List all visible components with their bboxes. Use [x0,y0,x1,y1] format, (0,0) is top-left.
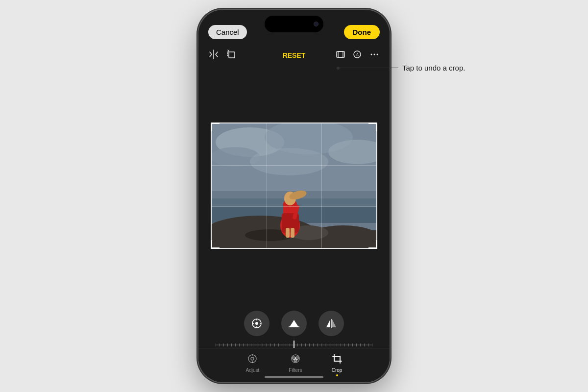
dial-rotate-button[interactable] [244,311,270,336]
slider-track [216,344,372,345]
svg-point-6 [374,53,375,55]
svg-marker-36 [290,320,298,327]
adjust-icon [247,353,258,367]
image-area [198,68,390,304]
tab-active-indicator [336,374,338,376]
rotation-row [244,311,344,336]
svg-rect-28 [286,228,290,238]
flip-horizontal-icon[interactable] [208,49,219,62]
svg-point-5 [371,53,372,55]
svg-rect-2 [338,51,343,57]
tab-filters-label: Filters [289,368,302,373]
toolbar-right: A [336,49,380,62]
reflect-button[interactable] [318,311,344,336]
home-indicator [265,376,323,378]
done-button[interactable]: Done [344,25,380,39]
horizon-button[interactable] [281,311,307,336]
svg-rect-29 [291,228,294,238]
svg-rect-0 [229,52,235,58]
annotation-text: Tap to undo a crop. [402,64,465,72]
toolbar-left [208,49,237,62]
svg-point-14 [250,148,328,175]
svg-point-48 [294,359,297,362]
tab-crop-label: Crop [332,368,343,373]
svg-point-42 [251,357,254,360]
bottom-controls: Adjust Filters [198,304,390,382]
toolbar-row: RESET A [198,43,390,68]
front-camera [314,22,318,26]
auto-enhance-icon[interactable]: A [352,49,362,62]
filters-icon [290,353,301,367]
crop-icon [332,353,343,367]
dynamic-island [265,16,323,32]
reset-button[interactable]: RESET [283,51,306,59]
more-options-icon[interactable] [369,49,380,62]
svg-rect-53 [334,356,340,361]
svg-text:A: A [355,52,359,57]
phone-frame: Cancel Done [198,10,390,382]
tab-crop[interactable]: Crop [332,353,343,376]
svg-marker-39 [332,319,336,327]
svg-point-31 [255,322,258,325]
phone-screen: Cancel Done [198,10,390,382]
svg-point-7 [377,53,378,55]
tab-adjust-label: Adjust [245,368,259,373]
svg-marker-38 [326,319,330,327]
tab-adjust[interactable]: Adjust [245,353,259,373]
tab-filters[interactable]: Filters [289,353,302,373]
cancel-button[interactable]: Cancel [208,25,247,39]
crop-rotate-icon[interactable] [226,49,237,62]
aspect-ratio-icon[interactable] [336,49,345,62]
photo-container[interactable] [211,122,377,249]
